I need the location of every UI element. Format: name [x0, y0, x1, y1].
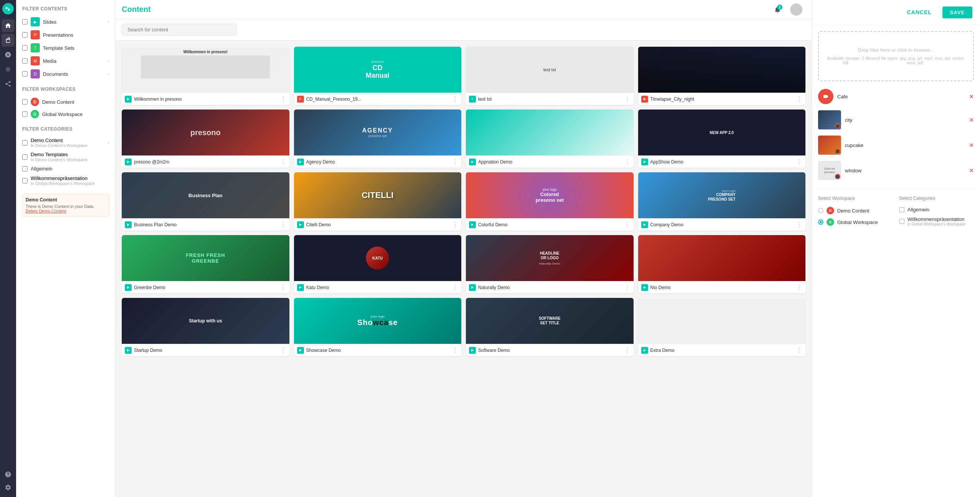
file-remove-cafe[interactable]: ✕ [969, 93, 974, 100]
filter-demo-workspace-checkbox[interactable] [22, 99, 28, 105]
sidebar-item-settings[interactable] [2, 481, 15, 494]
filter-media[interactable]: M Media › [22, 54, 109, 67]
filter-documents[interactable]: D Documents › [22, 67, 109, 80]
filter-presentations[interactable]: P Presentations [22, 28, 109, 41]
item-more-18[interactable]: ⋮ [624, 347, 630, 354]
item-more-7[interactable]: ⋮ [796, 158, 802, 165]
item-more-16[interactable]: ⋮ [280, 347, 286, 354]
grid-item-nio[interactable]: ▶ Nio Demo ⋮ [638, 235, 806, 293]
click-preview-box[interactable]: Click forpreview ⬛ [818, 161, 841, 180]
item-more-2[interactable]: ⋮ [624, 95, 630, 103]
filter-slides[interactable]: ▶ Slides › [22, 15, 109, 28]
filter-cat-templates-checkbox[interactable] [22, 154, 28, 160]
sidebar-item-help[interactable] [2, 468, 15, 481]
item-more-13[interactable]: ⋮ [452, 284, 458, 291]
item-more-15[interactable]: ⋮ [796, 284, 802, 291]
user-avatar[interactable] [790, 3, 802, 16]
grid-item-katu[interactable]: KATU ▶ Katu Demo ⋮ [294, 235, 462, 293]
filter-template-sets[interactable]: T Template Sets [22, 41, 109, 54]
demo-workspace-dot: D [31, 98, 39, 106]
item-more-8[interactable]: ⋮ [280, 221, 286, 228]
cat-checkbox-allgemein[interactable] [899, 207, 905, 213]
item-more-19[interactable]: ⋮ [796, 347, 802, 354]
workspace-radio-global[interactable] [818, 219, 823, 225]
item-more-5[interactable]: ⋮ [452, 158, 458, 165]
item-more-1[interactable]: ⋮ [452, 95, 458, 103]
workspace-select-global[interactable]: G Global Workspace [818, 216, 893, 228]
top-header: Content 1 [116, 0, 812, 19]
filter-category-allgemein[interactable]: Allgemein [22, 164, 109, 173]
file-remove-cupcake[interactable]: ✕ [969, 142, 974, 149]
grid-item-colorful[interactable]: your logo Coloredpresono set ▶ Colorful … [466, 172, 634, 231]
cancel-button[interactable]: CANCEL [901, 6, 938, 18]
grid-item-willkommen[interactable]: Willkommen in presono! ▶ Willkommen in p… [122, 47, 289, 105]
filter-categories-title: Filter Categories [22, 126, 109, 132]
file-name-window: window [845, 168, 965, 173]
item-more-6[interactable]: ⋮ [624, 158, 630, 165]
grid-item-bizplan[interactable]: Business Plan ▶ Business Plan Demo ⋮ [122, 172, 289, 231]
workspace-radio-demo[interactable] [818, 208, 823, 213]
item-more-12[interactable]: ⋮ [280, 284, 286, 291]
notification-button[interactable]: 1 [771, 3, 784, 16]
filter-category-demo-content[interactable]: Demo Content In Demo Content's Workspace… [22, 136, 109, 150]
grid-item-greenbe[interactable]: FRESH FRESHGREENBE ▶ Greenbe Demo ⋮ [122, 235, 289, 293]
file-remove-window[interactable]: ✕ [969, 167, 974, 174]
search-input[interactable] [122, 24, 237, 36]
filter-category-willkommen[interactable]: Willkommenspräsentation In Global Worksp… [22, 173, 109, 188]
filter-cat-allgemein-checkbox[interactable] [22, 166, 28, 172]
sidebar-item-media[interactable] [2, 48, 15, 61]
item-more-10[interactable]: ⋮ [624, 221, 630, 228]
grid-item-company[interactable]: your Logo COMPANYPRESONO SET ▶ Company D… [638, 172, 806, 231]
filter-slides-checkbox[interactable] [22, 19, 28, 25]
cat-checkbox-willkommen[interactable] [899, 219, 905, 224]
sidebar-item-home[interactable] [2, 19, 15, 32]
grid-item-startup[interactable]: Startup with us ▶ Startup Demo ⋮ [122, 298, 289, 356]
grid-item-showcase[interactable]: your logo Showcase ▶ Showcase Demo ⋮ [294, 298, 462, 356]
filter-template-checkbox[interactable] [22, 45, 28, 51]
filter-media-checkbox[interactable] [22, 58, 28, 64]
grid-item-extra[interactable]: ▶ Extra Demo ⋮ [638, 298, 806, 356]
item-more-3[interactable]: ⋮ [796, 95, 802, 103]
item-more-14[interactable]: ⋮ [624, 284, 630, 291]
grid-item-presono[interactable]: presono ▶ presono @2m2m ⋮ [122, 110, 289, 168]
filter-workspace-demo[interactable]: D Demo Content [22, 96, 109, 108]
save-button[interactable]: SAVE [942, 7, 972, 18]
item-more-17[interactable]: ⋮ [452, 347, 458, 354]
grid-item-appnation[interactable]: ▶ Appnation Demo ⋮ [466, 110, 634, 168]
grid-item-name-8: Business Plan Demo [134, 222, 278, 227]
workspace-select-demo[interactable]: D Demo Content [818, 205, 893, 216]
item-more-9[interactable]: ⋮ [452, 221, 458, 228]
filter-presentations-checkbox[interactable] [22, 32, 28, 38]
grid-item-appshow[interactable]: NEW APP 2.0 ▶ AppShow Demo ⋮ [638, 110, 806, 168]
grid-item-software[interactable]: SOFTWARESET TITLE ▶ Software Demo ⋮ [466, 298, 634, 356]
item-more-0[interactable]: ⋮ [280, 95, 286, 103]
cat-select-willkommen[interactable]: Willkommenspräsentation in Global Worksp… [899, 214, 974, 228]
file-name-cafe: Cafe [837, 94, 965, 100]
item-icon-7: ▶ [641, 159, 648, 165]
filter-workspace-global[interactable]: G Global Workspace [22, 108, 109, 120]
upload-zone[interactable]: Drop files here or click to browse... Av… [818, 31, 974, 81]
grid-item-citelli[interactable]: CITELLI ▶ Citelli Demo ⋮ [294, 172, 462, 231]
sidebar-item-circle[interactable] [2, 63, 15, 76]
filter-cat-willkommen-checkbox[interactable] [22, 178, 28, 183]
cat-select-allgemein[interactable]: Allgemein [899, 205, 974, 214]
filter-global-workspace-checkbox[interactable] [22, 111, 28, 117]
filter-media-label: Media [43, 58, 105, 64]
delete-demo-content-button[interactable]: Delete Demo Content [26, 209, 106, 213]
grid-item-test[interactable]: test txt T test txt ⋮ [466, 47, 634, 105]
grid-item-agency[interactable]: agency presono set ▶ Agency Demo ⋮ [294, 110, 462, 168]
filter-category-demo-templates[interactable]: Demo Templates In Demo Content's Workspa… [22, 150, 109, 164]
filter-cat-demo-checkbox[interactable] [22, 140, 28, 146]
item-more-11[interactable]: ⋮ [796, 221, 802, 228]
grid-item-cd[interactable]: presono CDManual P CD_Manual_Presono_19.… [294, 47, 462, 105]
cat-willkommen-label: Willkommenspräsentation [908, 216, 965, 222]
sidebar-item-share[interactable] [2, 77, 15, 90]
allowed-types-label: Allowed file types: jpg, png, gif, mp4, … [864, 56, 965, 65]
sidebar-item-content[interactable] [2, 34, 15, 47]
file-remove-city[interactable]: ✕ [969, 116, 974, 124]
item-more-4[interactable]: ⋮ [280, 158, 286, 165]
app-logo[interactable] [2, 3, 14, 15]
grid-item-timelapse[interactable]: ▶ Timelapse_City_night ⋮ [638, 47, 806, 105]
filter-documents-checkbox[interactable] [22, 71, 28, 77]
grid-item-naturally[interactable]: HEADLINEOR LOGO Naturally Demo ▶ Natural… [466, 235, 634, 293]
